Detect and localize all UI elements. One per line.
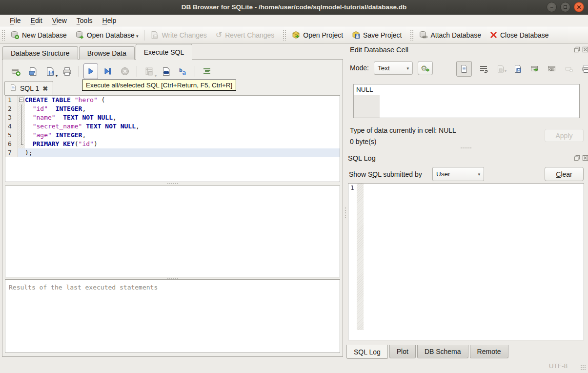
attach-database-button[interactable]: Attach Database [415, 29, 486, 41]
line-number: 3 [5, 113, 18, 122]
line-number: 2 [5, 104, 18, 113]
find-button[interactable] [159, 63, 173, 79]
log-filter-value: User [436, 170, 450, 178]
cell-editor[interactable]: NULL [353, 84, 580, 118]
open-database-icon [76, 31, 84, 39]
sql-log-dock-buttons [574, 155, 588, 161]
tab-sql-log[interactable]: SQL Log [346, 345, 388, 359]
code-text: "name" TEXT NOT NULL, [25, 113, 340, 122]
cell-editor-toolbar: ▾ [456, 61, 588, 77]
open-project-button[interactable]: Open Project [287, 29, 347, 41]
fold-marker [18, 122, 25, 131]
line-number: 5 [5, 131, 18, 140]
maximize-glyph [564, 5, 567, 9]
log-filter-select[interactable]: User ▾ [432, 167, 484, 181]
title-bar: DB Browser for SQLite - /home/user/code/… [0, 0, 588, 15]
save-results-button: ▾ [142, 63, 156, 79]
results-message-pane[interactable]: Results of the last executed statements [5, 279, 340, 353]
maximize-icon[interactable] [560, 2, 570, 12]
execute-all-button[interactable] [83, 63, 98, 79]
tab-plot[interactable]: Plot [389, 345, 416, 358]
new-database-button[interactable]: New Database [6, 29, 71, 41]
tab-remote[interactable]: Remote [470, 345, 508, 358]
sql-editor[interactable]: 1CREATE TABLE "hero" (2 "id" INTEGER,3 "… [5, 95, 340, 182]
save-project-button[interactable]: Save Project [347, 29, 406, 41]
auto-apply-button[interactable]: ⚙ [418, 61, 433, 75]
sql-file-tab[interactable]: SQL 1 ✖ [4, 81, 53, 95]
close-icon[interactable]: ✕ [574, 2, 584, 12]
minimize-icon[interactable]: − [547, 2, 557, 12]
open-sql-file-button[interactable] [25, 63, 40, 79]
code-text: "age" INTEGER, [25, 131, 340, 140]
splitter-handle[interactable] [5, 182, 340, 185]
tab-execute-sql[interactable]: Execute SQL [136, 44, 193, 60]
main-toolbar: New Database Open Database ▾ Write Chang… [0, 26, 588, 44]
resize-grip[interactable] [580, 365, 586, 371]
tab-database-structure[interactable]: Database Structure [2, 46, 78, 60]
save-project-label: Save Project [363, 31, 402, 39]
sql-file-tab-label: SQL 1 [20, 84, 39, 92]
menu-edit[interactable]: Edit [26, 16, 47, 25]
autocomplete-button[interactable]: ba [176, 63, 190, 79]
import-cell-button[interactable] [512, 63, 523, 74]
code-line: 3 "name" TEXT NOT NULL, [5, 113, 340, 122]
float-panel-icon[interactable] [574, 155, 580, 161]
code-line: 2 "id" INTEGER, [5, 104, 340, 113]
toolbar-separator [79, 66, 79, 77]
fold-marker[interactable] [18, 96, 25, 104]
close-database-button[interactable]: Close Database [486, 29, 553, 41]
revert-changes-label: Revert Changes [225, 31, 274, 39]
tab-close-icon[interactable]: ✖ [42, 85, 48, 92]
execute-sql-panel: ▾ ▾ ba SQL [2, 59, 343, 357]
code-text: CREATE TABLE "hero" ( [25, 96, 340, 104]
open-database-button[interactable]: Open Database ▾ [71, 29, 143, 41]
log-filter-label: Show SQL submitted by [349, 170, 422, 178]
edit-cell-title: Edit Database Cell [350, 46, 408, 54]
execute-line-button[interactable] [101, 63, 115, 79]
line-number: 1 [348, 184, 357, 192]
code-line: 6 PRIMARY KEY("id") [5, 140, 340, 148]
clear-log-button[interactable]: Clear [545, 167, 584, 181]
sql-log-view[interactable]: 1 [348, 183, 584, 340]
float-panel-icon[interactable] [574, 46, 580, 53]
word-wrap-button[interactable] [478, 63, 489, 74]
line-number: 6 [5, 140, 18, 148]
tab-db-schema[interactable]: DB Schema [417, 345, 468, 358]
close-database-icon [490, 31, 497, 39]
menu-view[interactable]: View [47, 16, 72, 25]
toolbar-drag-handle[interactable] [1, 30, 5, 41]
open-database-dropdown-icon[interactable]: ▾ [136, 34, 139, 39]
sql-log-title: SQL Log [348, 154, 376, 162]
results-placeholder: Results of the last executed statements [9, 284, 158, 291]
toolbar-drag-handle[interactable] [283, 30, 286, 41]
save-sql-dropdown-icon[interactable]: ▾ [56, 74, 58, 78]
encoding-indicator[interactable]: UTF-8 [549, 362, 568, 370]
menu-tools[interactable]: Tools [72, 16, 98, 25]
tab-browse-data[interactable]: Browse Data [79, 46, 135, 60]
format-sql-button[interactable] [200, 63, 214, 79]
text-mode-button[interactable] [456, 61, 472, 77]
code-line: 5 "age" INTEGER, [5, 131, 340, 140]
splitter-handle[interactable] [348, 146, 584, 149]
results-grid[interactable] [5, 186, 340, 277]
line-number: 7 [5, 148, 18, 157]
new-sql-tab-button[interactable] [8, 63, 23, 79]
menu-help[interactable]: Help [98, 16, 122, 25]
export-cell-button[interactable] [529, 63, 540, 74]
sql-toolbar: ▾ ▾ ba [8, 62, 214, 80]
menu-bar: File Edit View Tools Help [0, 15, 588, 26]
close-panel-icon[interactable] [582, 46, 588, 53]
code-text: PRIMARY KEY("id") [25, 140, 340, 148]
toolbar-drag-handle[interactable] [410, 30, 413, 41]
link-cell-button[interactable] [547, 63, 557, 74]
svg-text:a: a [182, 69, 186, 76]
print-button[interactable] [60, 63, 74, 79]
toolbar-separator [144, 30, 144, 41]
print-cell-button[interactable] [581, 63, 588, 74]
close-panel-icon[interactable] [582, 155, 588, 161]
panel-splitter-handle[interactable] [344, 207, 346, 218]
save-sql-file-button[interactable]: ▾ [42, 63, 57, 79]
menu-file[interactable]: File [5, 16, 26, 25]
cell-type-info: Type of data currently in cell: NULL [350, 126, 456, 134]
mode-select[interactable]: Text ▾ [374, 62, 413, 75]
